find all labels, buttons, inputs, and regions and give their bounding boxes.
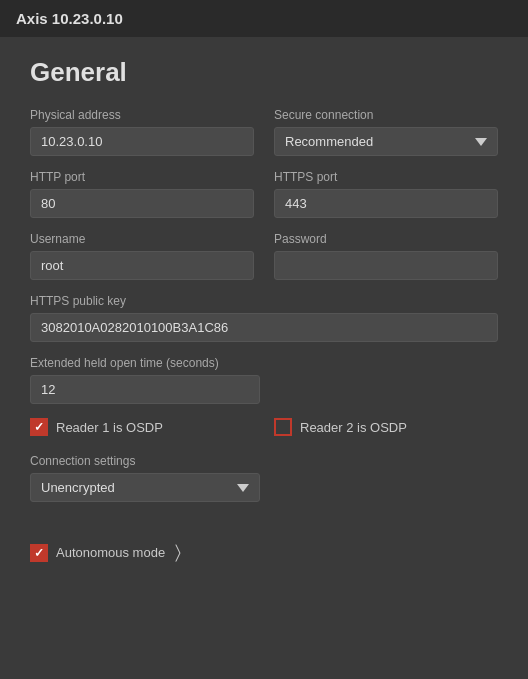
password-input[interactable] bbox=[274, 251, 498, 280]
reader1-osdp-group: ✓ Reader 1 is OSDP bbox=[30, 418, 254, 436]
secure-connection-select[interactable]: Recommended Always Never bbox=[274, 127, 498, 156]
https-public-key-input[interactable] bbox=[30, 313, 498, 342]
reader2-osdp-group: Reader 2 is OSDP bbox=[274, 418, 498, 436]
username-label: Username bbox=[30, 232, 254, 246]
physical-address-input[interactable] bbox=[30, 127, 254, 156]
cursor-icon: 〉 bbox=[175, 542, 181, 563]
connection-settings-group: Connection settings Unencrypted Encrypte… bbox=[30, 454, 498, 502]
http-port-group: HTTP port bbox=[30, 170, 254, 218]
reader2-osdp-container[interactable]: Reader 2 is OSDP bbox=[274, 418, 498, 436]
autonomous-mode-section: ✓ Autonomous mode 〉 bbox=[30, 542, 498, 563]
secure-connection-group: Secure connection Recommended Always Nev… bbox=[274, 108, 498, 156]
autonomous-mode-checkbox[interactable]: ✓ bbox=[30, 544, 48, 562]
reader1-osdp-checkbox[interactable]: ✓ bbox=[30, 418, 48, 436]
extended-held-open-time-group: Extended held open time (seconds) bbox=[30, 356, 498, 404]
http-port-input[interactable] bbox=[30, 189, 254, 218]
username-input[interactable] bbox=[30, 251, 254, 280]
autonomous-mode-checkmark: ✓ bbox=[34, 547, 44, 559]
https-public-key-label: HTTPS public key bbox=[30, 294, 498, 308]
https-port-input[interactable] bbox=[274, 189, 498, 218]
reader1-osdp-label: Reader 1 is OSDP bbox=[56, 420, 163, 435]
https-port-label: HTTPS port bbox=[274, 170, 498, 184]
physical-address-label: Physical address bbox=[30, 108, 254, 122]
extended-held-open-time-input[interactable] bbox=[30, 375, 260, 404]
https-public-key-group: HTTPS public key bbox=[30, 294, 498, 342]
secure-connection-label: Secure connection bbox=[274, 108, 498, 122]
connection-settings-label: Connection settings bbox=[30, 454, 498, 468]
section-title: General bbox=[30, 57, 498, 88]
reader1-checkmark: ✓ bbox=[34, 421, 44, 433]
reader1-osdp-container[interactable]: ✓ Reader 1 is OSDP bbox=[30, 418, 254, 436]
password-label: Password bbox=[274, 232, 498, 246]
http-port-label: HTTP port bbox=[30, 170, 254, 184]
password-group: Password bbox=[274, 232, 498, 280]
reader2-osdp-checkbox[interactable] bbox=[274, 418, 292, 436]
autonomous-mode-label: Autonomous mode bbox=[56, 545, 165, 560]
title-bar: Axis 10.23.0.10 bbox=[0, 0, 528, 37]
physical-address-group: Physical address bbox=[30, 108, 254, 156]
extended-held-open-time-label: Extended held open time (seconds) bbox=[30, 356, 498, 370]
title-text: Axis 10.23.0.10 bbox=[0, 0, 528, 37]
connection-settings-select[interactable]: Unencrypted Encrypted bbox=[30, 473, 260, 502]
reader2-osdp-label: Reader 2 is OSDP bbox=[300, 420, 407, 435]
https-port-group: HTTPS port bbox=[274, 170, 498, 218]
username-group: Username bbox=[30, 232, 254, 280]
